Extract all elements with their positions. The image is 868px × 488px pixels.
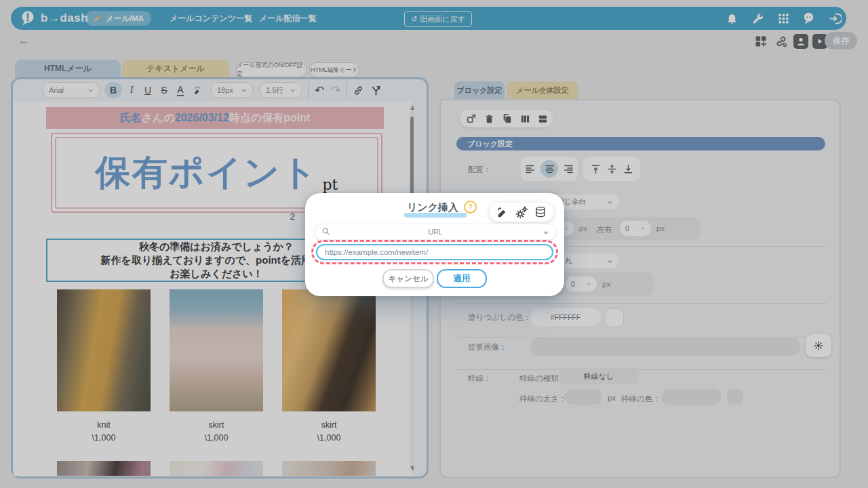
chevron-down-icon — [542, 229, 549, 236]
link-insert-modal: リンク挿入 ? URL キャンセル 適用 — [305, 193, 564, 296]
app-screen: b→dash メール/MA メールコンテンツ一覧 メール配信一覧 ↺ 旧画面に戻… — [0, 0, 868, 488]
signature-pen-icon[interactable] — [497, 206, 509, 218]
link-type-select[interactable]: URL — [314, 224, 557, 240]
modal-title: リンク挿入 — [407, 201, 458, 214]
database-icon[interactable] — [534, 206, 547, 218]
cancel-button[interactable]: キャンセル — [382, 269, 434, 288]
apply-button[interactable]: 適用 — [437, 269, 487, 288]
url-input[interactable] — [316, 244, 553, 260]
link-type-value: URL — [315, 228, 556, 236]
gears-icon[interactable] — [515, 206, 528, 219]
modal-tools — [490, 203, 553, 222]
search-icon — [321, 227, 330, 236]
help-icon[interactable]: ? — [464, 201, 477, 214]
